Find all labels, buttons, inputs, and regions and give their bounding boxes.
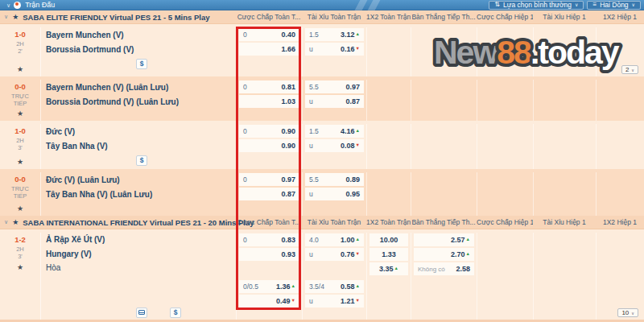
logo-part-new: New [434,34,498,71]
decor-stripe [355,0,368,10]
display-mode-dropdown[interactable]: ≡ Hai Dòng ∨ [587,1,641,10]
column-header-overunder: Tài Xỉu Toàn Trận [302,218,366,226]
column-header-nextgoal: Bàn Thắng Tiếp Th... [411,13,477,21]
odds-under[interactable]: u 0.76▼ [305,248,364,261]
odds-over[interactable]: 1.5 4.16▲ [305,125,364,138]
odds-handicap-home[interactable]: 0 0.81 [239,80,299,93]
draw-label: Hòa [46,263,60,272]
match-period: 2H [16,40,24,47]
handicap-column: 0 0.83 0.93 0/0.5 1.36▲ 0.49▼ [236,233,302,320]
match-period: 2H [16,246,24,253]
column-header-1x2-h1: 1X2 Hiệp 1 [596,218,644,226]
favorite-star-icon[interactable]: ★ [17,264,23,271]
league-star-icon[interactable]: ★ [12,219,19,226]
overunder-column: 5.5 0.89 u 0.95 [302,172,366,216]
odds-over[interactable]: 1.5 3.12▲ [305,28,364,41]
arrow-down-icon: ▼ [356,252,360,257]
logo-part-today: .today [530,34,620,71]
odds-under[interactable]: u 0.95 [305,188,364,200]
league-header: ∨ ★ SABA ELITE FRIENDLY Virtual PES 21 -… [0,10,644,24]
favorite-star-icon[interactable]: ★ [17,205,23,213]
odds-handicap-away[interactable]: 0.93 [239,248,299,261]
odds-under[interactable]: u 0.16▼ [305,43,364,56]
arrow-up-icon: ▲ [466,252,470,257]
odds-nextgoal-home[interactable]: 2.57▲ [414,233,474,246]
arrow-up-icon: ▲ [356,129,360,134]
favorite-star-icon[interactable]: ★ [17,66,23,73]
watermark-logo: New88.today [431,27,642,74]
column-header-handicap: Cược Chấp Toàn T... [236,218,302,226]
league-title: SABA INTERNATIONAL FRIENDLY Virtual PES … [23,218,254,227]
column-header-1x2: 1X2 Toàn Trận [366,218,411,226]
odds-over[interactable]: 4.0 1.00▲ [305,233,364,246]
odds-nextgoal-away[interactable]: 2.70▲ [414,248,474,261]
odds-handicap2-away[interactable]: 0.49▼ [239,295,299,308]
league-header: ∨ ★ SABA INTERNATIONAL FRIENDLY Virtual … [0,216,644,229]
market-lines-dropdown[interactable]: 10 ∨ [617,308,638,317]
home-team-name: Ả Rập Xê Út (V) [46,235,105,244]
odds-1x2-draw[interactable]: 3.35▲ [369,262,408,275]
match-period: 2H [16,137,24,144]
match-score: 1-0 [14,27,26,40]
collapse-chevron-icon[interactable]: ∨ [6,2,10,8]
odds-under[interactable]: u 0.87 [305,95,364,108]
column-header-1x2: 1X2 Toàn Trận [366,13,411,21]
bet-dollar-button[interactable]: $ [136,59,147,69]
odds-handicap-home[interactable]: 0 0.90 [239,125,299,138]
match-info: 0-0 TRỰC TIẾP ★ [0,80,40,121]
odds-1x2-away[interactable]: 1.33 [369,248,408,261]
odds-handicap-home[interactable]: 0 0.97 [239,173,299,186]
odds-under2[interactable]: u 1.21▼ [305,295,364,308]
odds-over2[interactable]: 3.5/4 0.58▲ [305,280,364,293]
card-icon [138,310,145,315]
chevron-down-icon: ∨ [575,2,578,7]
match-clock: 3' [18,253,23,260]
decor-stripe [368,0,381,10]
match-clock: 2' [18,47,23,55]
column-header-handicap-h1: Cược Chấp Hiệp 1 [477,218,533,226]
odds-handicap2-home[interactable]: 0/0.5 1.36▲ [239,280,299,293]
match-row: 1-0 2H 3' ★ Đức (V) Tây Ban Nha (V) $ 0 … [0,121,644,169]
odds-over[interactable]: 5.5 0.97 [305,80,364,93]
league-star-icon[interactable]: ★ [12,14,19,21]
away-team-name: Borussia Dortmund (V) [46,45,134,54]
bet-dollar-button[interactable]: $ [170,308,181,318]
arrow-up-icon: ▲ [356,32,360,37]
away-team-name: Tây Ban Nha (V) (Luân Lưu) [46,190,152,199]
odds-1x2-home[interactable]: 10.00 [369,233,408,246]
odds-handicap-away[interactable]: 0.87 [239,188,299,200]
odds-filter-dropdown[interactable]: ⇅ Lựa chọn bình thường ∨ [489,1,584,10]
betting-page: ∨ Trận Đấu ⇅ Lựa chọn bình thường ∨ ≡ Ha… [0,0,644,322]
arrow-down-icon: ▼ [356,299,360,303]
column-header-1x2-h1: 1X2 Hiệp 1 [596,13,644,21]
live-badge: TIẾP [14,100,27,107]
cash-out-button[interactable] [136,308,147,318]
odds-handicap-away[interactable]: 1.03 [239,95,299,108]
arrow-down-icon: ▼ [356,143,360,148]
collapse-chevron-icon[interactable]: ∨ [4,14,8,20]
live-badge: TRỰC [11,185,29,192]
arrow-up-icon: ▲ [466,237,470,242]
arrow-up-icon: ▲ [291,284,295,289]
chevron-down-icon: ∨ [631,311,634,316]
match-score: 1-0 [14,124,26,137]
arrow-up-icon: ▲ [356,284,360,289]
bet-dollar-button[interactable]: $ [136,155,147,166]
odds-handicap-home[interactable]: 0 0.83 [239,233,299,246]
column-header-handicap-h1: Cược Chấp Hiệp 1 [477,13,533,21]
home-team-name: Đức (V) [46,127,75,136]
favorite-star-icon[interactable]: ★ [17,110,23,118]
odds-handicap-away[interactable]: 0.90 [239,139,299,152]
home-team-name: Bayern Munchen (V) (Luân Lưu) [46,83,168,92]
collapse-chevron-icon[interactable]: ∨ [4,219,8,225]
match-info: 1-0 2H 2' ★ [0,27,40,76]
arrow-down-icon: ▼ [356,47,360,52]
odds-handicap-away[interactable]: 1.66 [239,43,299,56]
odds-nextgoal-none[interactable]: Không có 2.58 [414,262,474,275]
odds-over[interactable]: 5.5 0.89 [305,173,364,186]
odds-under[interactable]: u 0.08▼ [305,139,364,152]
arrow-up-icon: ▲ [356,237,360,242]
odds-handicap-home[interactable]: 0 0.40 [239,28,299,41]
handicap-column: 0 0.40 1.66 [236,27,302,76]
favorite-star-icon[interactable]: ★ [17,159,23,166]
